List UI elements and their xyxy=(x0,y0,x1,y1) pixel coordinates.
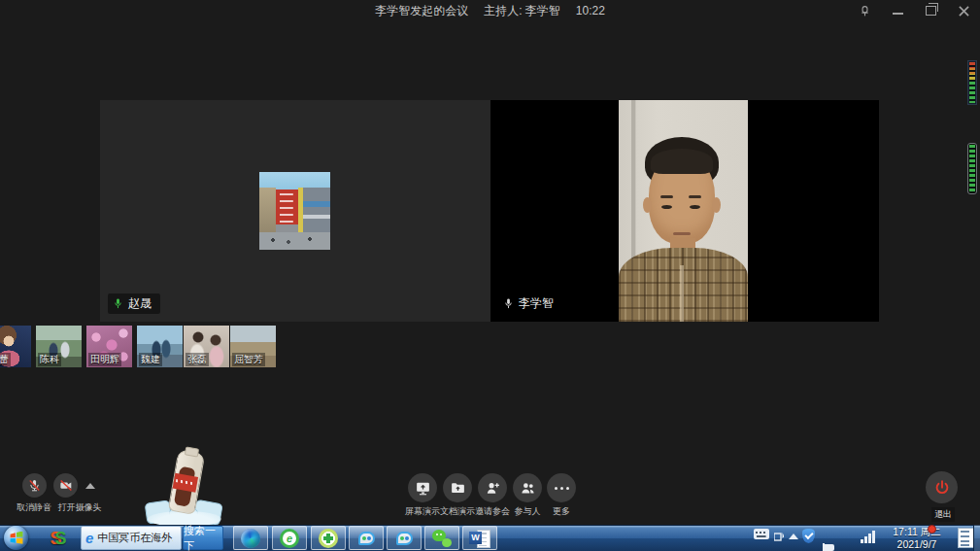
more-button[interactable] xyxy=(547,473,576,502)
unmute-button[interactable] xyxy=(22,473,47,498)
s-app-taskbar-icon[interactable]: S S xyxy=(45,526,72,550)
meter-fill xyxy=(969,62,975,103)
document-folder-icon xyxy=(450,480,466,497)
photo-street xyxy=(259,232,330,250)
wechat-taskbar-icon[interactable] xyxy=(424,526,459,550)
action-center-flag-tray-icon[interactable]: × xyxy=(822,543,835,551)
invite-button[interactable] xyxy=(478,473,507,502)
participant-thumb-4[interactable]: 魏建 xyxy=(137,326,183,367)
volume-meter-top xyxy=(967,60,977,105)
pin-icon[interactable] xyxy=(858,4,871,17)
antivirus-taskbar-icon[interactable] xyxy=(311,526,346,550)
participant-thumb-5[interactable]: 张磊 xyxy=(184,326,229,367)
notes-widget-icon[interactable] xyxy=(958,528,974,548)
minimize-button[interactable] xyxy=(891,4,904,17)
participants-icon xyxy=(520,480,536,497)
window-controls xyxy=(858,0,970,21)
input-keyboard-tray-icon[interactable] xyxy=(754,529,769,539)
participant-thumb-name: 张磊 xyxy=(186,353,209,366)
participant-thumb-name: 田明辉 xyxy=(88,353,121,366)
participants-button[interactable] xyxy=(513,473,542,502)
search-taskbar-button[interactable]: 搜索一下 xyxy=(183,526,223,550)
participant-thumb-3[interactable]: 田明辉 xyxy=(86,326,132,367)
photo-red-sign xyxy=(276,189,298,224)
photo-building-right xyxy=(298,188,330,234)
ie-window-taskbar-button[interactable]: e 中国冥币在海外... xyxy=(81,526,182,550)
video-name-right: 李学智 xyxy=(519,295,554,312)
word-taskbar-icon[interactable]: W xyxy=(462,526,497,550)
participant-thumb-2[interactable]: 陈科 xyxy=(36,326,82,367)
video-tile-zhaosheng[interactable]: 赵晟 xyxy=(100,100,490,322)
video-tile-host[interactable]: 李学智 xyxy=(490,100,879,322)
chat-bubble-icon xyxy=(358,532,375,545)
video-name-left: 赵晟 xyxy=(128,295,152,312)
titlebar-text: 李学智发起的会议 主持人: 李学智 10:22 xyxy=(0,0,980,21)
more-dots-icon xyxy=(566,487,569,490)
green-e-icon: e xyxy=(280,529,299,548)
open-camera-button[interactable] xyxy=(53,473,78,498)
more-dots-icon xyxy=(560,487,563,490)
person-ear-right xyxy=(712,197,721,213)
meter-fill xyxy=(969,145,975,192)
shirt-placket xyxy=(680,265,684,322)
ie-window-title: 中国冥币在海外... xyxy=(97,531,173,545)
participant-thumb-6[interactable]: 屈智芳 xyxy=(230,326,276,367)
exit-button[interactable] xyxy=(926,471,958,503)
person-eye-right xyxy=(690,205,700,209)
language-bar-tray-icon[interactable] xyxy=(774,530,784,547)
power-icon xyxy=(933,479,951,497)
maximize-restore-button[interactable] xyxy=(924,4,937,17)
notification-red-dot xyxy=(928,525,936,534)
language-arrows-icon xyxy=(774,532,784,543)
screen-share-button[interactable] xyxy=(408,473,437,502)
green-e-browser-taskbar-icon[interactable]: e xyxy=(272,526,307,550)
show-desktop-strip[interactable] xyxy=(973,525,980,551)
meeting-app-screen: 李学智发起的会议 主持人: 李学智 10:22 赵晟 xyxy=(0,0,980,551)
chat-app-taskbar-icon-2[interactable] xyxy=(387,526,422,550)
chat-bubble-icon xyxy=(396,532,413,545)
person-brow-right xyxy=(689,195,701,198)
camera-off-icon xyxy=(58,478,74,493)
participant-name-chip: 李学智 xyxy=(498,293,562,314)
screen-share-icon xyxy=(415,480,431,497)
word-icon: W xyxy=(469,529,490,548)
person-mouth xyxy=(673,232,691,235)
green-cross-icon xyxy=(319,529,338,548)
mic-muted-icon xyxy=(27,478,42,493)
person-ear-left xyxy=(643,197,652,213)
open-camera-label: 打开摄像头 xyxy=(41,501,118,514)
document-share-button[interactable] xyxy=(443,473,472,502)
titlebar: 李学智发起的会议 主持人: 李学智 10:22 xyxy=(0,0,980,21)
invite-person-icon xyxy=(485,480,501,497)
clock-date: 2021/9/7 xyxy=(890,538,944,551)
participant-thumb-name: 陈科 xyxy=(38,353,61,366)
mic-active-icon xyxy=(113,297,123,310)
wechat-icon xyxy=(432,529,452,548)
network-signal-tray-icon[interactable] xyxy=(861,530,875,543)
meeting-host: 主持人: 李学智 xyxy=(484,3,560,19)
bottle-cap xyxy=(185,446,199,457)
person-eye-left xyxy=(661,205,672,209)
exit-label: 退出 xyxy=(931,507,955,522)
show-hidden-icons-caret[interactable] xyxy=(789,534,798,539)
meeting-elapsed-time: 10:22 xyxy=(576,4,605,17)
person-hairline xyxy=(651,149,713,174)
start-button[interactable] xyxy=(4,526,28,550)
search-button-label: 搜索一下 xyxy=(184,524,222,551)
camera-options-caret-icon[interactable] xyxy=(85,483,95,489)
mic-icon xyxy=(503,297,514,310)
participant-thumb-name: 屈智芳 xyxy=(232,353,265,366)
meeting-title: 李学智发起的会议 xyxy=(375,3,468,19)
edge-icon xyxy=(241,529,260,548)
participant-thumb-name: 魏建 xyxy=(139,353,162,366)
participant-thumb-1[interactable]: 叶蕾 xyxy=(0,326,31,367)
ie-icon: e xyxy=(85,531,93,545)
chat-app-taskbar-icon-1[interactable] xyxy=(349,526,384,550)
host-webcam-video xyxy=(619,100,748,322)
edge-browser-taskbar-icon[interactable] xyxy=(233,526,268,550)
shared-city-photo xyxy=(259,172,330,250)
s-glyph: S xyxy=(55,530,67,547)
windows-logo-icon xyxy=(10,532,23,544)
person-brow-left xyxy=(660,195,673,198)
close-button[interactable] xyxy=(957,4,970,17)
